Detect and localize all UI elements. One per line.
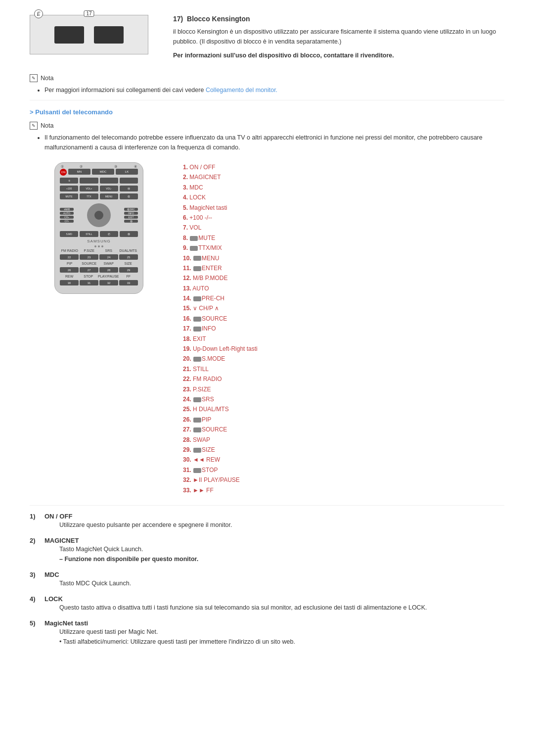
nav-ring (87, 203, 111, 227)
btn-lock: LK (116, 169, 138, 175)
item-title: Blocco Kensington (187, 15, 250, 23)
device-illustration: E 17 (30, 15, 158, 54)
monitor-link[interactable]: Collegamento del monitor. (206, 87, 277, 94)
legend-item: 28. SWAP (183, 435, 504, 445)
legend-item: 30. ◄◄ REW (183, 455, 504, 465)
legend-item: 13. AUTO (183, 284, 504, 293)
legend-item: 14. PRE-CH (183, 293, 504, 303)
note-icon-2: ✎ (30, 122, 38, 130)
divider-1 (30, 100, 504, 100)
divider-2 (30, 505, 504, 506)
note-box-2: ✎ Nota (30, 122, 504, 130)
legend-item: 4. LOCK (183, 192, 504, 202)
ns-body: Tasto MDC Quick Launch. (30, 578, 504, 588)
num-badge-17: 17 (84, 10, 94, 17)
ns-body: Tasto MagicNet Quick Launch. (30, 544, 504, 554)
btn-mdc: MDC (92, 169, 114, 175)
ns-title: 4)LOCK (30, 595, 504, 603)
legend-item: 21. STILL (183, 364, 504, 374)
btn-power: ON (60, 169, 67, 176)
legend-item: 31. STOP (183, 465, 504, 475)
note-icon-1: ✎ (30, 74, 38, 82)
note2-list: Il funzionamento del telecomando potrebb… (30, 133, 504, 152)
legend-item: 12. M/B P.MODE (183, 273, 504, 283)
pip-label-row: PIP SOURCE SWAP SIZE (60, 262, 138, 265)
numbered-section: 2)MAGICNETTasto MagicNet Quick Launch.– … (30, 537, 504, 564)
nav-center (94, 211, 103, 220)
legend-item: 24. SRS (183, 394, 504, 404)
ns-bold-body: – Funzione non disponibile per questo mo… (30, 554, 504, 564)
note-label-2: Nota (41, 122, 53, 129)
legend-item: 16. SOURCE (183, 314, 504, 324)
note2-bullet-item: Il funzionamento del telecomando potrebb… (44, 133, 504, 152)
kensington-title: 17) Blocco Kensington (173, 15, 504, 23)
ns-body: Questo tasto attiva o disattiva tutti i … (30, 603, 504, 613)
descriptions-container: 1)ON / OFFUtilizzare questo pulsante per… (30, 513, 504, 647)
legend-item: 7. VOL (183, 223, 504, 233)
ns-title: 3)MDC (30, 571, 504, 578)
remote-section-heading: Pulsanti del telecomando (30, 108, 504, 116)
legend-item: 29. SIZE (183, 445, 504, 455)
kensington-text: 17) Blocco Kensington il blocco Kensingt… (173, 15, 504, 64)
btn-magicnet: MN (68, 169, 90, 175)
note-box-1: ✎ Nota (30, 74, 504, 82)
remote-area: ON MN MDC LK ① ② ③ ④ ⑤ +100 VOL+ (30, 162, 504, 495)
samsung-brand: SAMSUNG (60, 239, 138, 243)
legend-item: 3. MDC (183, 183, 504, 192)
legend-item: 25. H DUAL/MTS (183, 404, 504, 414)
legend-item: 22. FM RADIO (183, 374, 504, 384)
item-number: 17) (173, 15, 183, 23)
transport-label-row: REW STOP PLAY/PAUSE FF (60, 275, 138, 278)
ns-title: 5)MagicNet tasti (30, 619, 504, 627)
legend-item: 8. MUTE (183, 233, 504, 243)
kensington-bold-note: Per informazioni sull'uso del dispositiv… (173, 50, 504, 60)
kensington-desc: il blocco Kensington è un dispositivo ut… (173, 27, 504, 47)
slot-right (94, 26, 124, 44)
legend-item: 26. PIP (183, 415, 504, 425)
legend-item: 15. ∨ CH/P ∧ (183, 303, 504, 313)
ns-title: 1)ON / OFF (30, 513, 504, 520)
pip-btns: 26 27 28 29 (60, 267, 138, 273)
legend-item: 23. P.SIZE (183, 384, 504, 394)
magicnet-keys: ⑤ (60, 178, 138, 184)
numbered-section: 5)MagicNet tastiUtilizzare questi tasti … (30, 619, 504, 647)
note-label-1: Nota (41, 75, 53, 82)
ns-sub-bullet: • Tasti alfabetici/numerici: Utilizzare … (30, 637, 504, 647)
legend-list: 1. ON / OFF2. MAGICNET3. MDC4. LOCK5. Ma… (183, 162, 504, 495)
ns-body: Utilizzare questo pulsante per accendere… (30, 520, 504, 530)
legend-item: 20. S.MODE (183, 354, 504, 364)
legend-item: 19. Up-Down Left-Right tasti (183, 344, 504, 354)
transport-btns: 30 31 32 33 (60, 280, 138, 285)
numbered-section: 3)MDCTasto MDC Quick Launch. (30, 571, 504, 588)
legend-item: 27. SOURCE (183, 425, 504, 434)
legend-item: 6. +100 -/-- (183, 213, 504, 223)
remote-illustration: ON MN MDC LK ① ② ③ ④ ⑤ +100 VOL+ (30, 162, 168, 294)
legend-item: 32. ►II PLAY/PAUSE (183, 475, 504, 485)
e-badge: E (34, 9, 43, 18)
legend-item: 9. TTX/MIX (183, 243, 504, 253)
remote-dots (60, 245, 138, 247)
legend-item: 5. MagicNet tasti (183, 203, 504, 213)
legend-item: 2. MAGICNET (183, 172, 504, 182)
kensington-section: E 17 17) Blocco Kensington il blocco Ken… (30, 10, 504, 64)
smode-row: S.MD STILL ⑰ ⑱ (60, 231, 138, 237)
legend-item: 17. INFO (183, 324, 504, 333)
numbered-section: 1)ON / OFFUtilizzare questo pulsante per… (30, 513, 504, 530)
numbered-section: 4)LOCKQuesto tasto attiva o disattiva tu… (30, 595, 504, 613)
note1-bullet-text: Per maggiori informazioni sui collegamen… (44, 87, 204, 94)
legend-item: 33. ►► FF (183, 485, 504, 495)
legend-item: 10. MENU (183, 253, 504, 263)
note1-bullet-item: Per maggiori informazioni sui collegamen… (44, 85, 504, 95)
mute-row: MUTE TTX MENU ⑮ (60, 193, 138, 199)
ns-body: Utilizzare questi tasti per Magic Net. (30, 627, 504, 637)
slot-left (54, 26, 84, 44)
bottom-label-row: FM RADIO P.SIZE SRS DUAL/MTS (60, 249, 138, 252)
legend-item: 11. ENTER (183, 263, 504, 273)
bottom-btns: 22 23 24 25 (60, 254, 138, 260)
vol-row: +100 VOL+ VOL- ⑭ (60, 186, 138, 191)
legend-item: 1. ON / OFF (183, 162, 504, 172)
note1-list: Per maggiori informazioni sui collegamen… (30, 85, 504, 95)
ns-title: 2)MAGICNET (30, 537, 504, 544)
legend-item: 18. EXIT (183, 334, 504, 344)
